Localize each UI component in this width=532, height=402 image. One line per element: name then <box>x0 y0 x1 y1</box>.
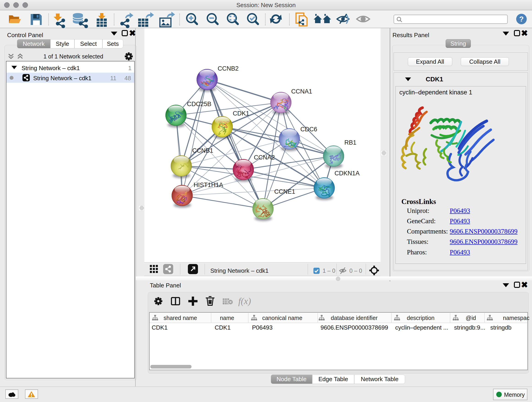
svg-text:CCNB2: CCNB2 <box>218 65 239 72</box>
svg-text:CCNA2: CCNA2 <box>254 154 275 161</box>
svg-text:CDK1: CDK1 <box>233 110 249 117</box>
svg-text:HIST1H1A: HIST1H1A <box>194 182 223 188</box>
svg-text:CDC25B: CDC25B <box>187 101 211 108</box>
svg-text:CDC6: CDC6 <box>300 126 317 133</box>
svg-text:?: ? <box>519 15 524 23</box>
svg-text:CCNB1: CCNB1 <box>192 147 213 154</box>
svg-text:CCNA1: CCNA1 <box>291 88 312 95</box>
svg-text:CDKN1A: CDKN1A <box>335 170 360 177</box>
svg-text:RB1: RB1 <box>344 139 356 146</box>
svg-text:CCNE1: CCNE1 <box>274 188 295 195</box>
